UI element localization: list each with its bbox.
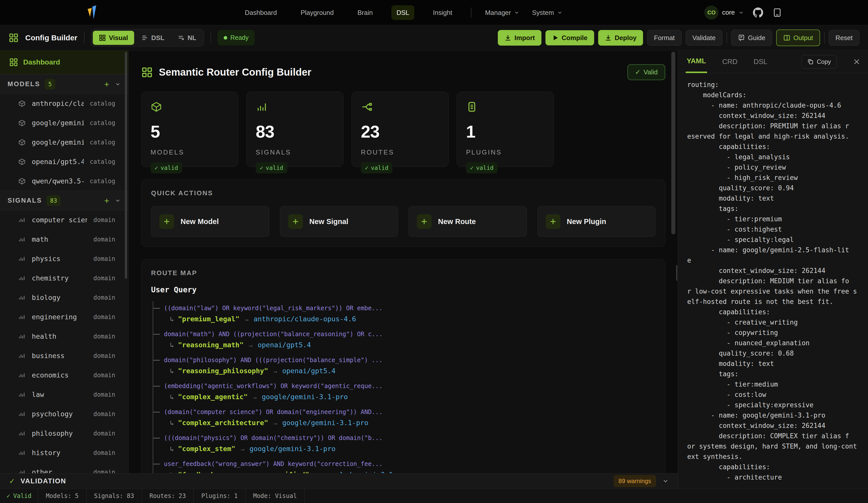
model-list-item[interactable]: openai/gpt5.4 catalog: [0, 152, 128, 171]
signal-type-tag: domain: [93, 410, 120, 418]
quick-actions-title: QUICK ACTIONS: [151, 189, 655, 197]
route-entry[interactable]: user_feedback("wrong_answer") AND keywor…: [153, 460, 655, 473]
stat-label: SIGNALS: [256, 148, 334, 156]
nav-item[interactable]: Playground: [296, 5, 339, 20]
validation-bar: ✓ VALIDATION 89 warnings: [0, 473, 678, 489]
signal-list-item[interactable]: law domain: [0, 385, 128, 404]
signal-name: history: [32, 449, 61, 457]
quick-action-button[interactable]: New Route: [409, 206, 527, 237]
tab-yaml[interactable]: YAML: [686, 50, 707, 73]
branch-tick-icon: [153, 360, 160, 360]
code-line: - specialty:expressive: [687, 400, 868, 410]
device-preview-button[interactable]: [772, 7, 782, 18]
deploy-button[interactable]: Deploy: [598, 30, 643, 45]
return-arrow-icon: ↳: [170, 472, 174, 473]
quick-action-label: New Model: [180, 218, 219, 226]
route-entry[interactable]: domain("philosophy") AND (((projection("…: [153, 356, 655, 375]
user-menu[interactable]: co core: [704, 6, 744, 20]
output-toggle-button[interactable]: Output: [776, 30, 820, 46]
chevron-down-icon[interactable]: [662, 478, 669, 484]
route-entry[interactable]: (embedding("agentic_workflows") OR keywo…: [153, 382, 655, 401]
signal-list-item[interactable]: biology domain: [0, 288, 128, 307]
nav-menu[interactable]: Manager: [485, 9, 519, 16]
validate-button[interactable]: Validate: [686, 30, 723, 45]
route-condition-row: domain("philosophy") AND (((projection("…: [153, 356, 655, 364]
signal-bars-icon: [18, 216, 26, 224]
route-entry[interactable]: (((domain("physics") OR domain("chemistr…: [153, 434, 655, 453]
import-button[interactable]: Import: [498, 30, 541, 45]
compile-button[interactable]: Compile: [546, 30, 594, 45]
tab-dsl[interactable]: DSL: [753, 50, 768, 73]
status-dot-icon: [224, 36, 227, 40]
cube-icon: [151, 101, 162, 113]
mode-visual-button[interactable]: Visual: [93, 31, 134, 45]
route-split-icon: [361, 101, 372, 113]
route-entry[interactable]: domain("math") AND ((projection("balance…: [153, 330, 655, 349]
signal-list-item[interactable]: other domain: [0, 462, 128, 473]
quick-action-button[interactable]: New Model: [151, 206, 269, 237]
nav-item[interactable]: Brain: [352, 5, 378, 20]
model-list-item[interactable]: google/gemini-3.… catalog: [0, 133, 128, 152]
signal-list-item[interactable]: philosophy domain: [0, 423, 128, 443]
nav-item[interactable]: DSL: [391, 5, 414, 20]
quick-action-button[interactable]: New Plugin: [537, 206, 656, 237]
models-section-header: MODELS 5 +: [0, 74, 128, 94]
arrow-right-icon: →: [313, 471, 319, 473]
nav-item[interactable]: Insight: [428, 5, 457, 20]
signal-list-item[interactable]: math domain: [0, 230, 128, 249]
model-list-item[interactable]: qwen/qwen3.5-rocm catalog: [0, 171, 128, 191]
copy-button[interactable]: Copy: [802, 55, 837, 69]
models-count-badge: 5: [45, 79, 55, 90]
route-entry[interactable]: (domain("computer science") OR domain("e…: [153, 408, 655, 427]
close-panel-button[interactable]: [853, 58, 860, 65]
signal-list-item[interactable]: engineering domain: [0, 307, 128, 327]
guide-button[interactable]: Guide: [731, 30, 772, 46]
stat-valid-label: valid: [266, 165, 283, 171]
signal-list-item[interactable]: computer science domain: [0, 210, 128, 230]
route-model: openai/gpt5.4: [258, 341, 311, 349]
signal-type-tag: domain: [93, 469, 120, 473]
button-label: Guide: [748, 34, 765, 41]
mode-nl-button[interactable]: NL: [172, 31, 203, 45]
code-line: tags:: [687, 203, 868, 214]
signal-list-item[interactable]: economics domain: [0, 365, 128, 385]
format-button[interactable]: Format: [647, 30, 681, 45]
page-scrollbar[interactable]: [676, 265, 678, 281]
nav-item[interactable]: Dashboard: [240, 5, 282, 20]
collapse-models-button[interactable]: [115, 81, 121, 87]
warnings-badge[interactable]: 89 warnings: [613, 475, 656, 487]
plus-icon: [546, 214, 560, 229]
stat-card-models: 5 MODELS ✓valid: [141, 92, 238, 167]
code-line: - creative_writing: [687, 317, 868, 328]
github-link[interactable]: [753, 7, 764, 18]
nav-menu[interactable]: System: [532, 9, 562, 16]
reset-button[interactable]: Reset: [829, 30, 859, 45]
signal-list-item[interactable]: chemistry domain: [0, 269, 128, 288]
sidebar-item-dashboard[interactable]: Dashboard: [0, 50, 128, 74]
model-list-item[interactable]: google/gemini-2.… catalog: [0, 113, 128, 133]
yaml-code-view[interactable]: routing: modelCards: - name: anthropic/c…: [678, 73, 868, 489]
model-list-item[interactable]: anthropic/claude… catalog: [0, 94, 128, 113]
signal-list-item[interactable]: psychology domain: [0, 404, 128, 423]
signal-list-item[interactable]: business domain: [0, 346, 128, 365]
signal-list-item[interactable]: health domain: [0, 327, 128, 346]
mode-dsl-button[interactable]: DSL: [135, 31, 170, 45]
add-signal-button[interactable]: +: [104, 196, 109, 205]
add-model-button[interactable]: +: [104, 80, 109, 88]
tab-crd[interactable]: CRD: [721, 50, 738, 73]
route-destination-row: ↳ "complex_stem" → google/gemini-3.1-pro: [153, 444, 655, 453]
collapse-signals-button[interactable]: [115, 198, 121, 203]
stat-valid-badge: ✓valid: [256, 162, 287, 174]
quick-action-button[interactable]: New Signal: [280, 206, 398, 237]
sidebar-scrollbar[interactable]: [125, 52, 127, 279]
signal-list-item[interactable]: physics domain: [0, 249, 128, 269]
code-line: - nuanced_explanation: [687, 338, 868, 348]
signal-list-item[interactable]: history domain: [0, 443, 128, 462]
route-condition-row: ((domain("law") OR keyword("legal_risk_m…: [153, 304, 655, 312]
route-entry[interactable]: ((domain("law") OR keyword("legal_risk_m…: [153, 304, 655, 323]
signal-bars-icon: [18, 313, 26, 321]
status-cell: Routes: 23: [142, 489, 194, 503]
main-scrollbar[interactable]: [671, 52, 675, 234]
model-source-tag: catalog: [90, 139, 120, 146]
arrow-right-icon: →: [248, 341, 254, 349]
